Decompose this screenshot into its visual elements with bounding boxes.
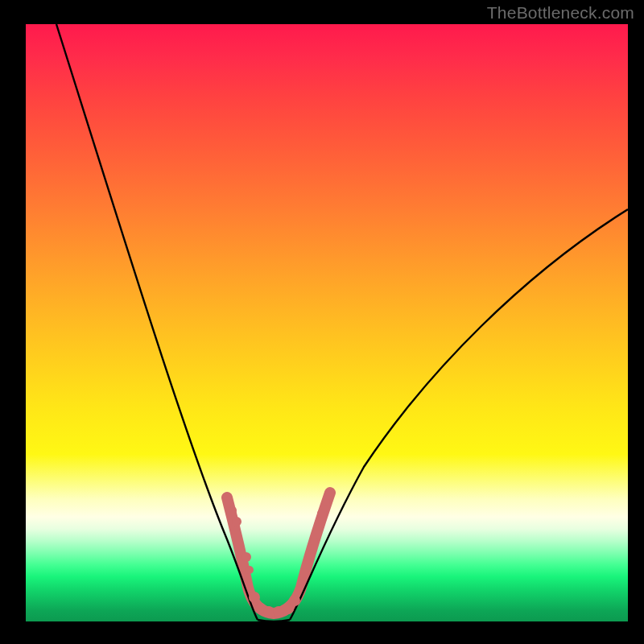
- svg-point-2: [242, 552, 251, 562]
- svg-point-4: [249, 592, 260, 603]
- svg-point-9: [289, 595, 300, 606]
- svg-point-13: [317, 509, 327, 518]
- svg-point-0: [229, 506, 237, 514]
- svg-point-3: [246, 566, 254, 574]
- svg-point-12: [310, 537, 318, 545]
- watermark-text: TheBottleneck.com: [487, 3, 634, 23]
- curve-overlay: [26, 24, 628, 621]
- svg-point-1: [232, 517, 242, 526]
- svg-point-7: [273, 606, 284, 617]
- valley-floor: [258, 620, 290, 621]
- outer-black-frame: TheBottleneck.com: [0, 0, 644, 644]
- svg-point-10: [299, 568, 309, 578]
- left-curve: [56, 24, 258, 620]
- right-curve: [290, 209, 628, 620]
- svg-point-11: [305, 549, 315, 559]
- gradient-plot-area: [26, 24, 628, 621]
- svg-point-14: [322, 498, 330, 506]
- svg-point-6: [263, 606, 275, 617]
